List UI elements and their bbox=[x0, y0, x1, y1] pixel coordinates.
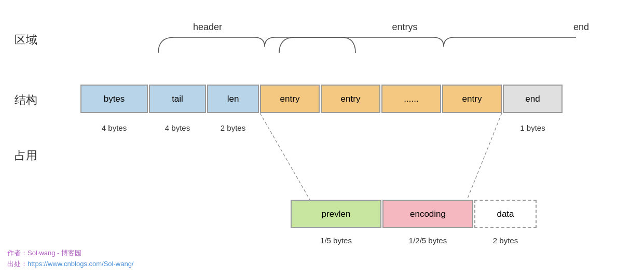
watermark-author: 作者：Sol·wang - 博客园 bbox=[7, 248, 133, 259]
box-end: end bbox=[503, 85, 563, 113]
box-data: data bbox=[474, 200, 537, 228]
box-encoding: encoding bbox=[382, 200, 473, 228]
section-header: header bbox=[150, 22, 265, 33]
section-end: end bbox=[550, 22, 612, 33]
label-occupation: 占用 bbox=[15, 148, 37, 163]
size-bytes: 4 bytes bbox=[80, 123, 148, 132]
svg-line-1 bbox=[467, 113, 502, 200]
size-len: 2 bytes bbox=[207, 123, 259, 132]
box-entry3: entry bbox=[442, 85, 502, 113]
svg-line-0 bbox=[260, 113, 310, 200]
label-structure: 结构 bbox=[15, 92, 37, 108]
label-region: 区域 bbox=[15, 32, 37, 48]
size-tail: 4 bytes bbox=[149, 123, 206, 132]
size-data: 2 bytes bbox=[474, 236, 537, 245]
watermark-url[interactable]: https://www.cnblogs.com/Sol-wang/ bbox=[28, 260, 133, 268]
size-end: 1 bytes bbox=[503, 123, 563, 132]
section-entrys: entrys bbox=[311, 22, 498, 33]
watermark-source: 出处：https://www.cnblogs.com/Sol-wang/ bbox=[7, 259, 133, 270]
box-len: len bbox=[207, 85, 259, 113]
size-encoding: 1/2/5 bytes bbox=[382, 236, 473, 245]
box-prevlen: prevlen bbox=[291, 200, 381, 228]
braces-svg bbox=[78, 32, 576, 61]
box-tail: tail bbox=[149, 85, 206, 113]
box-ellipsis: ...... bbox=[381, 85, 441, 113]
box-entry1: entry bbox=[260, 85, 320, 113]
box-bytes: bytes bbox=[80, 85, 148, 113]
diagram-container: 区域 结构 占用 header entrys end bytes tail le… bbox=[0, 0, 644, 277]
size-prevlen: 1/5 bytes bbox=[291, 236, 381, 245]
box-entry2: entry bbox=[321, 85, 380, 113]
watermark: 作者：Sol·wang - 博客园 出处：https://www.cnblogs… bbox=[7, 248, 133, 270]
